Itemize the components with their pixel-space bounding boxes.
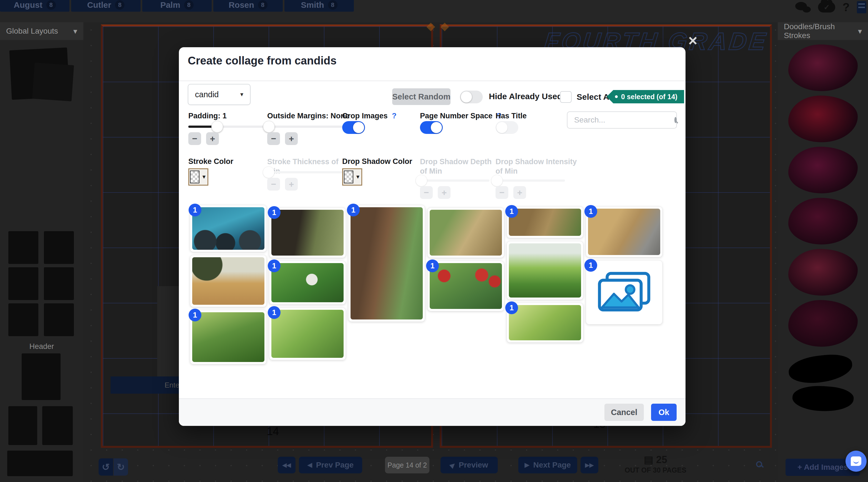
support-chat-button[interactable] [845,451,867,472]
tab-count-badge: 8 [184,0,194,10]
next-page-button[interactable]: ▶ Next Page [518,457,577,473]
last-page-button[interactable]: ▶▶ [581,457,598,473]
class-tab[interactable]: Rosen 8 [213,0,283,12]
class-tab[interactable]: August 8 [0,0,69,12]
black-scribble-thumbnails[interactable] [787,353,859,420]
crop-images-label: Crop Images ? [342,112,397,120]
candid-photo-tile[interactable]: 1 [428,261,504,311]
select-random-button[interactable]: Select Random [392,88,451,105]
crop-images-toggle[interactable] [342,121,365,134]
tab-count-badge: 8 [328,0,338,10]
help-icon[interactable]: ? [842,1,850,14]
preview-label: Preview [459,461,488,470]
usage-count-badge: 1 [347,204,360,216]
candid-photo-tile[interactable]: 1 [586,260,662,325]
candid-photo-tile[interactable]: 1 [190,310,267,364]
layout-thumbnail[interactable] [42,406,73,445]
chevron-down-icon: ▾ [858,27,862,36]
prev-page-button[interactable]: ◀ Prev Page [299,457,362,473]
drop-shadow-depth-steppers: − + [420,186,451,199]
candid-photo-tile[interactable]: 1 [190,205,267,252]
menu-icon[interactable] [857,1,866,13]
class-tab[interactable]: Palm 8 [142,0,212,12]
category-dropdown[interactable]: candid ▾ [188,84,251,105]
outside-margins-plus-button[interactable]: + [285,132,298,145]
candid-photo-tile[interactable] [507,241,583,300]
cancel-button[interactable]: Cancel [604,404,644,421]
doodles-sidebar: Doodles/Brush Strokes ▾ + Add Images [778,22,868,482]
stroke-thickness-plus-button: + [285,178,298,190]
help-icon[interactable]: ? [392,112,397,120]
stroke-thickness-minus-button: − [267,178,280,190]
layout-thumbnail[interactable] [8,406,37,445]
page-count-summary: ▤ 25 OUT OF 30 PAGES [606,454,706,474]
preview-button[interactable]: ▶ Preview [440,457,498,473]
candid-photo-tile[interactable]: 1 [507,303,583,342]
candid-photo-tile[interactable]: 1 [269,261,346,304]
class-tab[interactable]: Cutler 8 [71,0,141,12]
candid-photo-tile[interactable]: 1 [269,208,346,258]
brush-stroke-thumbnail[interactable] [788,300,858,347]
chat-icon[interactable] [795,2,811,12]
create-collage-modal: Create collage from candids candid ▾ Sel… [179,47,685,426]
undo-button[interactable]: ↺ [99,458,113,476]
cloud-sync-check-icon[interactable]: ✓ [818,2,835,12]
placeholder-image-icon [598,272,651,313]
select-all-checkbox[interactable] [560,91,571,103]
tab-label: Rosen [228,0,254,10]
ok-button[interactable]: Ok [651,404,677,421]
candid-photo-tile[interactable] [428,208,504,258]
candid-photo-tile[interactable]: 1 [507,206,583,238]
brush-list [778,44,868,347]
padding-plus-button[interactable]: + [206,132,219,145]
drop-shadow-color-picker[interactable]: ▼ [342,168,362,186]
candid-photo-tile[interactable]: 1 [269,307,346,360]
has-title-toggle[interactable] [496,121,518,134]
drop-shadow-intensity-slider [496,179,565,182]
photo-column: 1 [348,205,425,322]
tab-count-badge: 8 [46,0,56,10]
brush-stroke-thumbnail[interactable] [788,249,858,296]
candid-photo-tile[interactable]: 1 [586,206,662,257]
layout-thumbnail[interactable] [8,267,38,300]
redo-button[interactable]: ↻ [114,458,128,476]
outside-margins-minus-button[interactable]: − [267,132,280,145]
page-text-element[interactable]: Ente [111,376,181,394]
padding-steppers: − + [188,132,219,145]
doodles-dropdown[interactable]: Doodles/Brush Strokes ▾ [778,22,868,40]
layout-thumbnail[interactable] [32,62,74,101]
search-input[interactable] [574,116,674,124]
toolbar-icons: ✓ ? [795,1,866,14]
first-page-button[interactable]: ◀◀ [278,457,296,473]
brush-stroke-thumbnail[interactable] [788,44,858,91]
candid-photo-tile[interactable]: 1 [348,205,425,322]
layout-thumbnail[interactable] [44,231,74,264]
global-layouts-dropdown[interactable]: Global Layouts ▾ [0,22,83,40]
layout-thumbnail[interactable] [22,353,61,400]
layout-thumbnail[interactable] [44,303,74,336]
brush-stroke-thumbnail[interactable] [788,198,858,244]
close-icon[interactable]: × [688,33,698,48]
brush-stroke-thumbnail[interactable] [788,96,858,142]
transparent-color-chip [344,171,353,183]
photo-column: 1 1 [507,206,583,342]
zoom-tool-icon[interactable] [756,461,762,467]
layout-thumbnail[interactable] [7,451,73,476]
padding-minus-button[interactable]: − [188,132,201,145]
padding-slider[interactable] [188,126,269,128]
candid-photo-tile[interactable] [190,255,267,307]
layout-thumbnail[interactable] [8,231,38,264]
class-tab[interactable]: Smith 8 [284,0,354,12]
outside-margins-slider[interactable] [267,126,348,128]
page-number-space-toggle[interactable] [420,121,443,134]
brush-stroke-thumbnail[interactable] [788,147,858,193]
prev-page-label: Prev Page [316,461,353,470]
usage-count-badge: 1 [584,259,597,272]
drop-shadow-intensity-minus-button: − [496,186,508,199]
layout-thumbnail[interactable] [44,267,74,300]
chevron-down-icon: ▾ [73,27,77,36]
truncated-text: Ente [165,381,180,390]
stroke-color-picker[interactable]: ▼ [188,168,208,186]
layout-thumbnail[interactable] [8,303,38,336]
hide-already-used-toggle[interactable] [460,91,483,103]
